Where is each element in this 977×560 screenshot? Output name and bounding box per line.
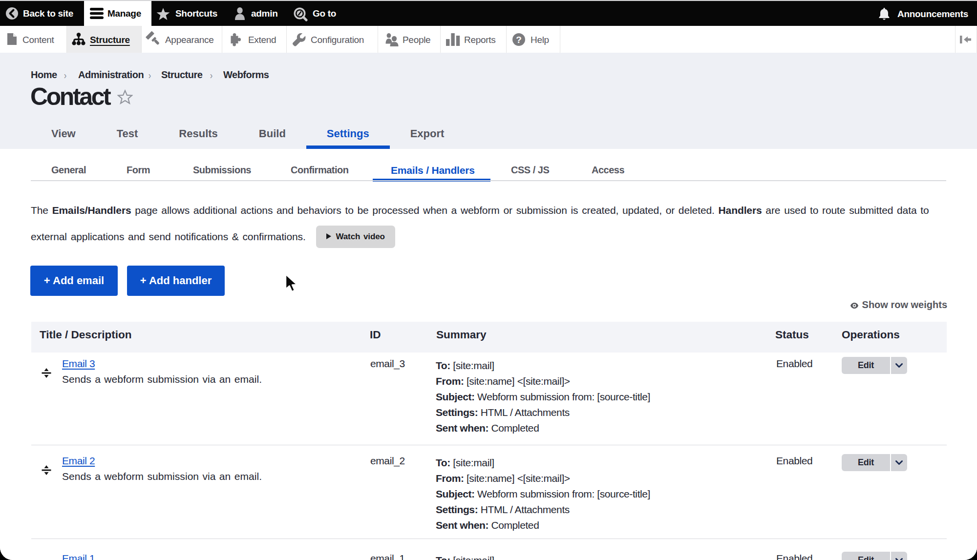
svg-text:?: ? xyxy=(516,35,521,45)
